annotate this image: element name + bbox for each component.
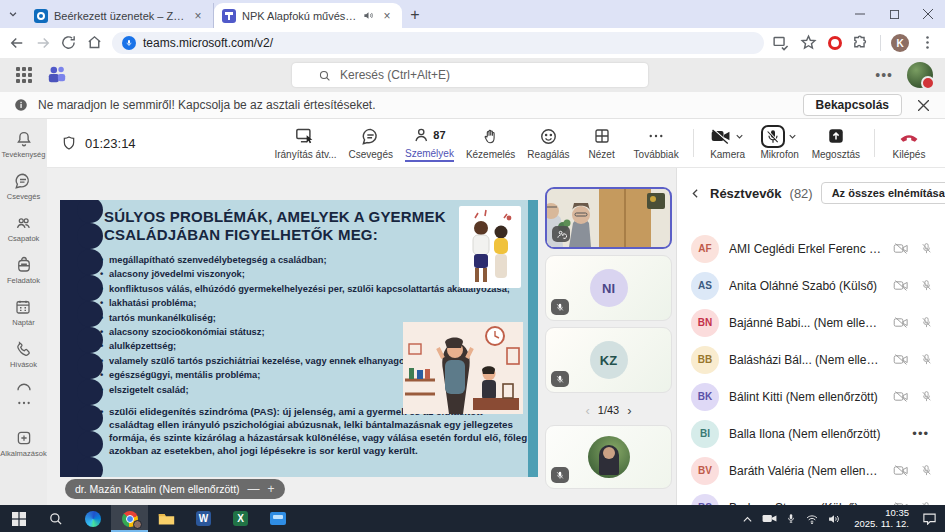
rail-item-activity[interactable]: Tevékenység bbox=[2, 130, 46, 159]
participant-row[interactable]: BB Balásházi Bál... (Nem ellenőrzött) bbox=[677, 341, 945, 378]
taskbar-word-button[interactable]: W bbox=[185, 505, 222, 532]
window-close-button[interactable] bbox=[911, 0, 945, 28]
taskbar-edge-button[interactable] bbox=[74, 505, 111, 532]
rail-item-chat[interactable]: Csevegés bbox=[7, 172, 40, 201]
teams-search-bar[interactable]: Keresés (Ctrl+Alt+E) bbox=[292, 63, 648, 87]
video-pagination: ‹ 1/43 › bbox=[545, 399, 672, 421]
more-button[interactable]: Továbbiak bbox=[628, 122, 685, 164]
teams-user-avatar[interactable] bbox=[907, 62, 933, 88]
rail-item-calls[interactable]: Hívások bbox=[10, 340, 37, 369]
window-maximize-button[interactable] bbox=[877, 0, 911, 28]
new-tab-button[interactable]: + bbox=[402, 2, 428, 28]
zoom-out-icon[interactable]: — bbox=[248, 482, 260, 496]
rail-item-apps[interactable]: Alkalmazások bbox=[0, 429, 46, 458]
notification-banner: Ne maradjon le semmiről! Kapcsolja be az… bbox=[0, 92, 945, 119]
participant-row[interactable]: BI Balla Ilona (Nem ellenőrzött) ••• bbox=[677, 415, 945, 452]
outlook-favicon bbox=[34, 9, 48, 23]
shared-slide: SÚLYOS PROBLÉMÁK, AMELYEK A GYERMEK CSAL… bbox=[60, 200, 538, 477]
participant-row[interactable]: BK Bálint Kitti (Nem ellenőrzött) bbox=[677, 378, 945, 415]
edge-icon bbox=[85, 511, 101, 527]
take-control-button[interactable]: Irányítás átv... bbox=[268, 122, 342, 164]
mic-button[interactable]: Mikrofon bbox=[754, 122, 806, 164]
leave-button[interactable]: Kilépés bbox=[883, 122, 935, 164]
camera-chevron-icon[interactable] bbox=[734, 131, 745, 142]
panel-back-icon[interactable] bbox=[689, 187, 702, 200]
react-button[interactable]: Reagálás bbox=[521, 122, 575, 164]
window-minimize-button[interactable] bbox=[843, 0, 877, 28]
tab-audio-icon[interactable] bbox=[363, 10, 374, 21]
taskbar-clock[interactable]: 10:35 2025. 11. 12. bbox=[850, 508, 913, 530]
tab-teams[interactable]: NPK Alapfokú művészetokt × bbox=[214, 3, 402, 28]
back-icon[interactable] bbox=[8, 34, 26, 52]
camera-button[interactable]: Kamera bbox=[702, 122, 754, 164]
pager-prev-icon[interactable]: ‹ bbox=[585, 403, 589, 418]
participant-name: Anita Oláhné Szabó (Külső) bbox=[729, 279, 883, 293]
tray-chevron-icon[interactable] bbox=[742, 515, 753, 523]
presenter-name-pill[interactable]: dr. Mazán Katalin (Nem ellenőrzött) — + bbox=[65, 479, 285, 499]
tab-search-icon[interactable] bbox=[0, 0, 26, 28]
participant-row[interactable]: AS Anita Oláhné Szabó (Külső) bbox=[677, 267, 945, 304]
tray-volume-icon[interactable] bbox=[828, 513, 841, 525]
shield-icon bbox=[61, 135, 77, 151]
forward-icon[interactable] bbox=[34, 34, 52, 52]
rail-item-assignments[interactable]: Feladatok bbox=[7, 256, 40, 285]
tray-network-icon[interactable] bbox=[805, 513, 819, 524]
raise-hand-button[interactable]: Kézemelés bbox=[460, 122, 521, 164]
participant-row[interactable]: AF AMI Ceglédi Erkel Ferenc (Külső) bbox=[677, 230, 945, 267]
reload-icon[interactable] bbox=[60, 34, 78, 52]
share-button[interactable]: Megosztás bbox=[806, 122, 866, 164]
divider bbox=[880, 35, 881, 51]
mic-chevron-icon[interactable] bbox=[787, 131, 798, 142]
bookmark-star-icon[interactable] bbox=[800, 34, 818, 52]
participant-row[interactable]: BS Barbara Stegura (Külső) bbox=[677, 489, 945, 505]
extension-o-icon[interactable] bbox=[828, 36, 842, 50]
view-button[interactable]: Nézet bbox=[576, 122, 628, 164]
participant-row[interactable]: BN Bajánné Babi... (Nem ellenőrzött) bbox=[677, 304, 945, 341]
enable-notifications-button[interactable]: Bekapcsolás bbox=[803, 94, 902, 116]
taskbar-remote-desktop-button[interactable] bbox=[259, 505, 296, 532]
mute-all-button[interactable]: Az összes elnémítása bbox=[821, 182, 945, 204]
windows-taskbar: W X 10:35 2025. 11. 12. bbox=[0, 505, 945, 532]
tab-close-icon[interactable]: × bbox=[380, 9, 394, 23]
tray-mic-icon[interactable] bbox=[786, 512, 796, 525]
participant-video-tile[interactable]: NI bbox=[545, 255, 672, 321]
start-button[interactable] bbox=[0, 505, 37, 532]
app-launcher-icon[interactable] bbox=[16, 67, 32, 83]
action-center-icon[interactable] bbox=[922, 512, 937, 525]
tray-camera-icon[interactable] bbox=[762, 513, 777, 524]
participant-video-tile[interactable] bbox=[545, 425, 672, 489]
tab-outlook[interactable]: Beérkezett üzenetek – Zakar Ka × bbox=[26, 3, 214, 28]
chat-button[interactable]: Csevegés bbox=[343, 122, 399, 164]
browser-menu-icon[interactable] bbox=[919, 34, 937, 52]
tab-close-icon[interactable]: × bbox=[191, 9, 205, 23]
mic-off-icon bbox=[920, 352, 933, 367]
home-icon[interactable] bbox=[86, 34, 104, 52]
rail-item-calendar[interactable]: Naptár bbox=[12, 298, 35, 327]
pager-next-icon[interactable]: › bbox=[627, 403, 631, 418]
install-icon[interactable] bbox=[772, 34, 790, 52]
teams-header: Keresés (Ctrl+Alt+E) ••• bbox=[0, 58, 945, 92]
meeting-stage: SÚLYOS PROBLÉMÁK, AMELYEK A GYERMEK CSAL… bbox=[47, 168, 676, 505]
people-button[interactable]: 87 Személyek bbox=[399, 121, 460, 166]
taskbar-explorer-button[interactable] bbox=[148, 505, 185, 532]
rail-item-teams[interactable]: Csapatok bbox=[8, 214, 40, 243]
participant-video-tile[interactable]: KZ bbox=[545, 327, 672, 393]
teams-more-icon[interactable]: ••• bbox=[875, 67, 893, 83]
taskbar-excel-button[interactable]: X bbox=[222, 505, 259, 532]
search-placeholder: Keresés (Ctrl+Alt+E) bbox=[340, 68, 450, 82]
divider bbox=[874, 129, 875, 157]
hang-up-icon bbox=[898, 126, 920, 146]
site-mic-permission-icon[interactable] bbox=[122, 36, 136, 50]
zoom-in-icon[interactable]: + bbox=[268, 482, 275, 496]
taskbar-chrome-button[interactable] bbox=[111, 505, 148, 532]
participant-row[interactable]: BV Baráth Valéria (Nem ellenőrzött) bbox=[677, 452, 945, 489]
address-bar[interactable]: teams.microsoft.com/v2/ bbox=[112, 32, 764, 54]
taskbar-search-button[interactable] bbox=[37, 505, 74, 532]
rail-more-icon[interactable] bbox=[16, 399, 32, 407]
banner-close-icon[interactable] bbox=[918, 100, 929, 111]
active-speaker-video[interactable] bbox=[545, 187, 672, 249]
extensions-puzzle-icon[interactable] bbox=[852, 34, 870, 52]
chat-icon bbox=[361, 126, 380, 146]
participant-more-icon[interactable]: ••• bbox=[912, 426, 933, 441]
browser-profile-avatar[interactable]: K bbox=[891, 34, 909, 52]
